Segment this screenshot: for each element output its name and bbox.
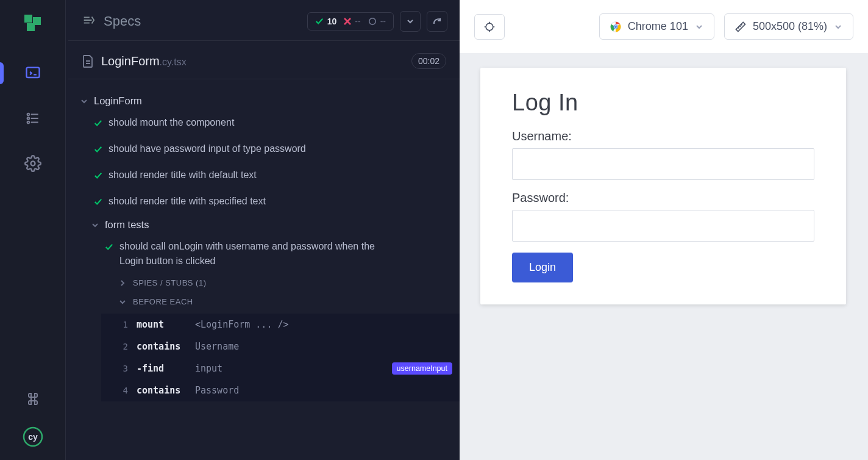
spec-file-row[interactable]: LoginForm.cy.tsx 00:02 — [68, 41, 460, 79]
login-button[interactable]: Login — [512, 253, 573, 282]
stat-failed: -- — [344, 16, 360, 26]
command-row[interactable]: 3 -find input usernameInput — [101, 358, 460, 379]
svg-point-10 — [369, 18, 375, 25]
chevron-down-icon — [90, 221, 100, 229]
command-row[interactable]: 2 contains Username — [101, 336, 460, 358]
spies-stubs-row[interactable]: SPIES / STUBS (1) — [101, 273, 460, 292]
crosshair-icon — [483, 21, 496, 33]
password-label: Password: — [512, 191, 814, 205]
username-label: Username: — [512, 129, 814, 143]
svg-rect-0 — [24, 15, 32, 23]
stat-pending: -- — [368, 16, 386, 26]
svg-point-11 — [486, 23, 493, 31]
check-icon — [94, 196, 102, 210]
nav-specs[interactable] — [18, 59, 48, 88]
check-icon — [105, 241, 113, 256]
chevron-down-icon — [79, 98, 89, 105]
restart-button[interactable] — [427, 11, 447, 32]
panel-title: Specs — [104, 13, 141, 29]
chevron-right-icon — [118, 280, 127, 286]
file-icon — [82, 54, 94, 68]
chevron-down-icon — [833, 23, 843, 31]
spec-file-name: LoginForm — [101, 54, 160, 68]
keyboard-shortcut-icon[interactable] — [18, 384, 48, 414]
svg-text:cy: cy — [28, 432, 38, 442]
nav-settings[interactable] — [18, 149, 48, 178]
command-row[interactable]: 1 mount <LoginForm ... /> — [101, 314, 460, 336]
svg-point-4 — [27, 113, 29, 115]
cypress-logo-icon — [24, 15, 41, 32]
nested-suite-header[interactable]: form tests — [90, 215, 460, 234]
test-item[interactable]: should have password input of type passw… — [90, 137, 460, 163]
preview-toolbar: Chrome 101 500x500 (81%) — [460, 0, 868, 53]
viewport-selector[interactable]: 500x500 (81%) — [724, 13, 853, 40]
preview-panel: Chrome 101 500x500 (81%) Log In Username… — [460, 0, 868, 460]
reporter-panel: Specs 10 -- -- — [66, 0, 460, 460]
chrome-icon — [610, 21, 622, 33]
check-icon — [94, 143, 102, 158]
check-icon — [94, 170, 102, 184]
test-item[interactable]: should render title with specified text — [90, 189, 460, 215]
nav-runs[interactable] — [18, 104, 48, 133]
svg-point-6 — [27, 121, 29, 123]
selector-playground-button[interactable] — [474, 14, 505, 40]
username-input[interactable] — [512, 148, 814, 180]
app-title: Log In — [512, 90, 814, 116]
svg-point-7 — [30, 162, 35, 166]
test-item[interactable]: should render title with default text — [90, 163, 460, 189]
stat-passed: 10 — [315, 16, 337, 26]
preview-canvas: Log In Username: Password: Login — [460, 53, 868, 460]
browser-selector[interactable]: Chrome 101 — [599, 13, 714, 40]
chevron-down-icon — [118, 299, 127, 305]
svg-rect-3 — [26, 68, 39, 77]
test-item[interactable]: should call onLogin with username and pa… — [101, 234, 460, 273]
svg-rect-2 — [27, 23, 35, 31]
test-stats: 10 -- -- — [307, 12, 394, 31]
test-tree: LoginForm should mount the component sho… — [68, 79, 460, 405]
command-log: 1 mount <LoginForm ... /> 2 contains Use… — [101, 314, 460, 401]
password-input[interactable] — [512, 210, 814, 242]
chevron-down-icon — [694, 23, 704, 31]
command-row[interactable]: 4 contains Password — [101, 379, 460, 401]
toggle-sidebar-icon[interactable] — [82, 13, 95, 29]
alias-badge: usernameInput — [392, 362, 452, 375]
svg-point-16 — [614, 26, 617, 28]
check-icon — [94, 117, 102, 132]
nav-rail: cy — [0, 0, 66, 460]
app-under-test: Log In Username: Password: Login — [480, 68, 846, 304]
svg-point-5 — [27, 117, 29, 119]
ruler-icon — [735, 21, 747, 33]
spec-file-ext: .cy.tsx — [160, 57, 187, 67]
before-each-row[interactable]: BEFORE EACH — [101, 292, 460, 311]
suite-header[interactable]: LoginForm — [77, 92, 460, 110]
panel-header: Specs 10 -- -- — [68, 0, 460, 41]
test-item[interactable]: should mount the component — [90, 110, 460, 137]
collapse-all-button[interactable] — [400, 11, 421, 32]
cypress-badge-icon[interactable]: cy — [18, 422, 48, 451]
spec-duration: 00:02 — [411, 53, 446, 69]
